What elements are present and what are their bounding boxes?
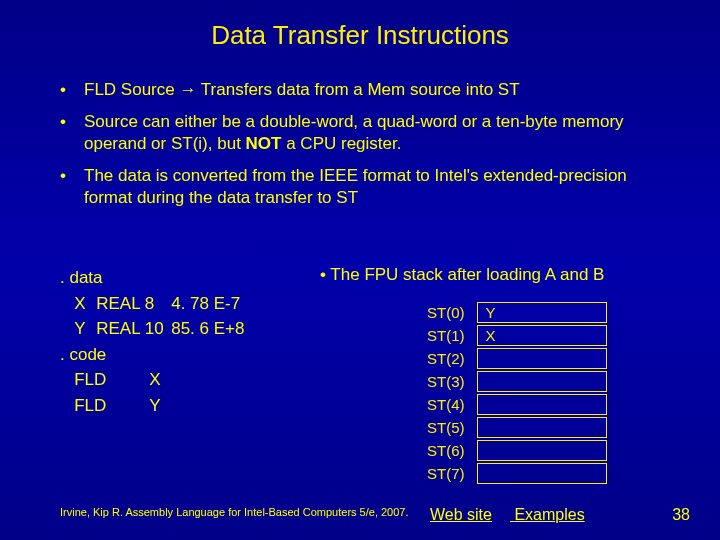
bullet-1: • FLD Source → Transfers data from a Mem… <box>60 79 670 101</box>
website-link[interactable]: Web site <box>430 506 492 523</box>
bullet-list: • FLD Source → Transfers data from a Mem… <box>0 79 720 209</box>
stack-label: ST(7) <box>427 463 475 484</box>
stack-cell <box>477 371 607 392</box>
fpu-stack-table: ST(0)Y ST(1)X ST(2) ST(3) ST(4) ST(5) ST… <box>425 300 609 486</box>
stack-label: ST(4) <box>427 394 475 415</box>
table-row: ST(5) <box>427 417 607 438</box>
bullet-dot: • <box>60 165 84 209</box>
var: Y <box>74 316 96 342</box>
bullet-text: The data is converted from the IEEE form… <box>84 165 670 209</box>
page-number: 38 <box>672 506 690 524</box>
stack-cell: X <box>477 325 607 346</box>
stack-cell <box>477 394 607 415</box>
code-block: . data XREAL 84. 78 E-7 YREAL 1085. 6 E+… <box>60 265 244 418</box>
code-line: FLDX <box>60 367 244 393</box>
table-row: ST(4) <box>427 394 607 415</box>
stack-body: ST(0)Y ST(1)X ST(2) ST(3) ST(4) ST(5) ST… <box>427 302 607 484</box>
citation: Irvine, Kip R. Assembly Language for Int… <box>60 506 409 518</box>
text: FLD Source <box>84 80 179 99</box>
op: FLD <box>74 367 149 393</box>
bullet-dot: • <box>60 111 84 155</box>
stack-label: ST(6) <box>427 440 475 461</box>
stack-label: ST(5) <box>427 417 475 438</box>
type: REAL 10 <box>96 316 171 342</box>
table-row: ST(2) <box>427 348 607 369</box>
table-row: ST(3) <box>427 371 607 392</box>
stack-cell <box>477 417 607 438</box>
bullet-2: • Source can either be a double-word, a … <box>60 111 670 155</box>
stack-label: ST(2) <box>427 348 475 369</box>
table-row: ST(7) <box>427 463 607 484</box>
stack-label: ST(1) <box>427 325 475 346</box>
val: 4. 78 E-7 <box>171 294 240 313</box>
text-bold: NOT <box>246 134 282 153</box>
var: X <box>74 291 96 317</box>
stack-cell <box>477 348 607 369</box>
code-line: XREAL 84. 78 E-7 <box>60 291 244 317</box>
table-row: ST(6) <box>427 440 607 461</box>
bullet-3: • The data is converted from the IEEE fo… <box>60 165 670 209</box>
arg: Y <box>149 396 160 415</box>
stack-cell <box>477 440 607 461</box>
op: FLD <box>74 393 149 419</box>
bullet-text: Source can either be a double-word, a qu… <box>84 111 670 155</box>
code-line: FLDY <box>60 393 244 419</box>
bullet-dot: • <box>60 79 84 101</box>
stack-cell <box>477 463 607 484</box>
table-row: ST(0)Y <box>427 302 607 323</box>
examples-link[interactable]: Examples <box>514 506 584 523</box>
stack-label: ST(0) <box>427 302 475 323</box>
footer: Irvine, Kip R. Assembly Language for Int… <box>60 506 690 518</box>
val: 85. 6 E+8 <box>171 319 244 338</box>
stack-label: ST(3) <box>427 371 475 392</box>
stack-caption: • The FPU stack after loading A and B <box>320 265 604 285</box>
bullet-text: FLD Source → Transfers data from a Mem s… <box>84 79 520 101</box>
code-line: YREAL 1085. 6 E+8 <box>60 316 244 342</box>
slide-title: Data Transfer Instructions <box>0 0 720 79</box>
code-line: . data <box>60 265 244 291</box>
arg: X <box>149 370 160 389</box>
code-line: . code <box>60 342 244 368</box>
type: REAL 8 <box>96 291 171 317</box>
stack-cell: Y <box>477 302 607 323</box>
table-row: ST(1)X <box>427 325 607 346</box>
footer-links: Web site Examples <box>430 506 603 524</box>
text: Transfers data from a Mem source into ST <box>196 80 519 99</box>
arrow-icon: → <box>179 80 196 99</box>
text: a CPU register. <box>281 134 401 153</box>
